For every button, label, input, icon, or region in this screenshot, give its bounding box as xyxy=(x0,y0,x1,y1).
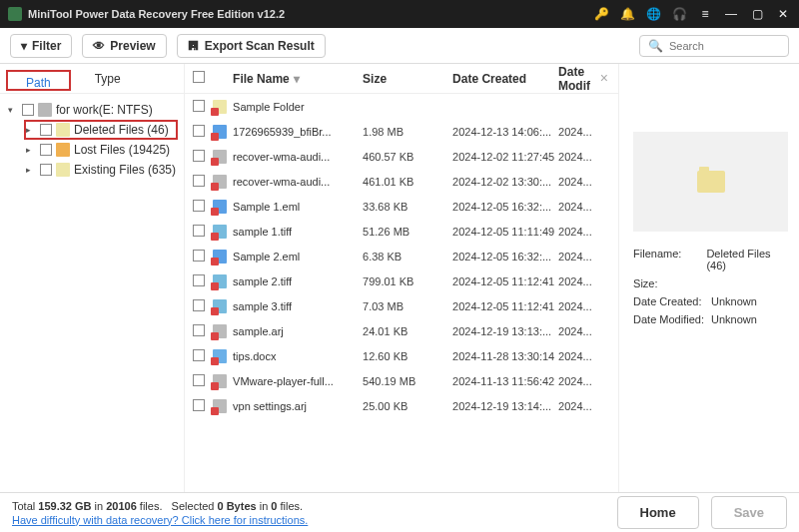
file-created: 2024-12-05 11:12:41 xyxy=(452,300,558,312)
export-button[interactable]: 🖪Export Scan Result xyxy=(177,34,326,58)
titlebar: MiniTool Power Data Recovery Free Editio… xyxy=(0,0,799,28)
file-size: 33.68 KB xyxy=(363,201,452,213)
row-checkbox[interactable] xyxy=(193,175,205,187)
chevron-right-icon[interactable]: ▸ xyxy=(26,165,36,175)
table-row[interactable]: recover-wma-audi...461.01 KB2024-12-02 1… xyxy=(185,169,618,194)
col-size[interactable]: Size xyxy=(363,72,452,86)
file-icon xyxy=(213,250,227,264)
tree-deleted[interactable]: ▸ Deleted Files (46) xyxy=(24,120,178,140)
table-row[interactable]: sample 3.tiff7.03 MB2024-12-05 11:12:412… xyxy=(185,293,618,318)
row-checkbox[interactable] xyxy=(193,374,205,386)
table-row[interactable]: sample 2.tiff799.01 KB2024-12-05 11:12:4… xyxy=(185,268,618,293)
file-icon xyxy=(213,374,227,388)
file-created: 2024-12-05 11:11:49 xyxy=(452,226,558,238)
file-created: 2024-12-02 11:27:45 xyxy=(452,151,558,163)
file-created: 2024-12-02 13:30:... xyxy=(452,176,558,188)
deleted-badge-icon xyxy=(211,133,219,141)
checkbox[interactable] xyxy=(40,124,52,136)
file-name: recover-wma-audi... xyxy=(233,176,363,188)
file-name: recover-wma-audi... xyxy=(233,151,363,163)
table-row[interactable]: sample 1.tiff51.26 MB2024-12-05 11:11:49… xyxy=(185,219,618,244)
tree-root[interactable]: ▾ for work(E: NTFS) xyxy=(6,100,178,120)
file-name: Sample 2.eml xyxy=(233,251,363,263)
table-row[interactable]: tips.docx12.60 KB2024-11-28 13:30:142024… xyxy=(185,343,618,368)
window-title: MiniTool Power Data Recovery Free Editio… xyxy=(28,8,583,20)
tab-path[interactable]: Path xyxy=(8,72,69,94)
deleted-badge-icon xyxy=(211,158,219,166)
file-name: sample.arj xyxy=(233,325,363,337)
file-created: 2024-12-05 16:32:... xyxy=(452,201,558,213)
row-checkbox[interactable] xyxy=(193,200,205,212)
chevron-down-icon[interactable]: ▾ xyxy=(8,105,18,115)
chevron-right-icon[interactable]: ▸ xyxy=(26,125,36,135)
support-icon[interactable]: 🎧 xyxy=(671,6,687,22)
table-row[interactable]: Sample Folder xyxy=(185,94,618,119)
checkbox[interactable] xyxy=(40,164,52,176)
file-created: 2024-11-28 13:30:14 xyxy=(452,350,558,362)
preview-button[interactable]: 👁Preview xyxy=(82,34,166,58)
file-icon xyxy=(213,299,227,313)
file-name: tips.docx xyxy=(233,350,363,362)
save-button[interactable]: Save xyxy=(711,496,787,529)
deleted-badge-icon xyxy=(211,407,219,415)
file-created: 2024-12-19 13:13:... xyxy=(452,325,558,337)
menu-icon[interactable]: ≡ xyxy=(697,6,713,22)
tree-existing[interactable]: ▸ Existing Files (635) xyxy=(24,160,178,180)
deleted-badge-icon xyxy=(211,108,219,116)
table-row[interactable]: recover-wma-audi...460.57 KB2024-12-02 1… xyxy=(185,144,618,169)
table-row[interactable]: sample.arj24.01 KB2024-12-19 13:13:...20… xyxy=(185,318,618,343)
file-size: 799.01 KB xyxy=(363,275,452,287)
table-row[interactable]: Sample 1.eml33.68 KB2024-12-05 16:32:...… xyxy=(185,194,618,219)
file-modified: 2024... xyxy=(558,176,618,188)
filename-label: Filename: xyxy=(633,248,706,271)
search-input[interactable] xyxy=(669,40,780,52)
file-modified: 2024... xyxy=(558,201,618,213)
checkbox[interactable] xyxy=(40,144,52,156)
deleted-badge-icon xyxy=(211,233,219,241)
select-all-checkbox[interactable] xyxy=(193,71,205,83)
row-checkbox[interactable] xyxy=(193,100,205,112)
table-row[interactable]: Sample 2.eml6.38 KB2024-12-05 16:32:...2… xyxy=(185,244,618,268)
minimize-button[interactable]: — xyxy=(723,6,739,22)
bell-icon[interactable]: 🔔 xyxy=(619,6,635,22)
table-row[interactable]: vpn settings.arj25.00 KB2024-12-19 13:14… xyxy=(185,393,618,418)
file-created: 2024-12-05 16:32:... xyxy=(452,251,558,263)
file-created: 2024-12-05 11:12:41 xyxy=(452,275,558,287)
export-icon: 🖪 xyxy=(188,39,200,53)
search-box[interactable]: 🔍 xyxy=(639,35,789,57)
globe-icon[interactable]: 🌐 xyxy=(645,6,661,22)
file-size: 1.98 MB xyxy=(363,126,452,138)
checkbox[interactable] xyxy=(22,104,34,116)
help-link[interactable]: Have difficulty with data recovery? Clic… xyxy=(12,514,308,526)
row-checkbox[interactable] xyxy=(193,125,205,137)
col-modified[interactable]: Date Modif xyxy=(558,65,618,93)
row-checkbox[interactable] xyxy=(193,399,205,411)
row-checkbox[interactable] xyxy=(193,225,205,237)
close-button[interactable]: ✕ xyxy=(775,6,791,22)
key-icon[interactable]: 🔑 xyxy=(593,6,609,22)
modified-label: Date Modified: xyxy=(633,313,711,325)
file-size: 25.00 KB xyxy=(363,400,452,412)
row-checkbox[interactable] xyxy=(193,324,205,336)
home-button[interactable]: Home xyxy=(617,496,699,529)
preview-label: Preview xyxy=(110,39,155,53)
tab-type[interactable]: Type xyxy=(77,68,139,93)
table-row[interactable]: VMware-player-full...540.19 MB2024-11-13… xyxy=(185,368,618,393)
col-name[interactable]: File Name▾ xyxy=(233,72,363,86)
row-checkbox[interactable] xyxy=(193,150,205,162)
table-row[interactable]: 1726965939_bfiBr...1.98 MB2024-12-13 14:… xyxy=(185,119,618,144)
deleted-badge-icon xyxy=(211,357,219,365)
row-checkbox[interactable] xyxy=(193,274,205,286)
filter-button[interactable]: ▾Filter xyxy=(10,34,72,58)
file-size: 51.26 MB xyxy=(363,226,452,238)
filter-icon: ▾ xyxy=(21,39,27,53)
panel-close-icon[interactable]: × xyxy=(600,70,608,86)
tree-lost[interactable]: ▸ Lost Files (19425) xyxy=(24,140,178,160)
col-created[interactable]: Date Created xyxy=(452,72,558,86)
file-name: Sample 1.eml xyxy=(233,201,363,213)
row-checkbox[interactable] xyxy=(193,349,205,361)
maximize-button[interactable]: ▢ xyxy=(749,6,765,22)
row-checkbox[interactable] xyxy=(193,299,205,311)
row-checkbox[interactable] xyxy=(193,250,205,262)
chevron-right-icon[interactable]: ▸ xyxy=(26,145,36,155)
